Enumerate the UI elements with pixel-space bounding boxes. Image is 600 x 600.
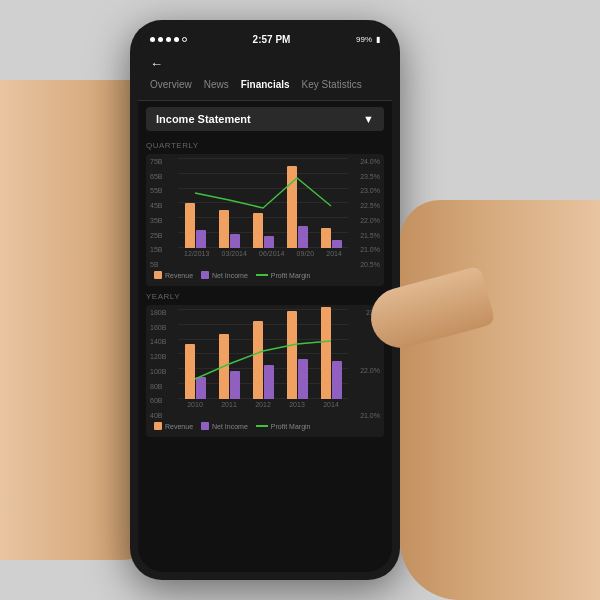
yearly-netincome-bar-3 <box>298 359 308 399</box>
battery-percent: 99% <box>356 35 372 44</box>
battery-icon: ▮ <box>376 35 380 44</box>
yearly-label: YEARLY <box>146 292 384 301</box>
legend-revenue: Revenue <box>154 271 193 279</box>
yearly-legend-netincome: Net Income <box>201 422 248 430</box>
yearly-legend-profitmargin-line <box>256 425 268 427</box>
bar-group-0 <box>185 203 206 248</box>
phone-screen: 2:57 PM 99% ▮ ← Overview News Financials… <box>138 28 392 572</box>
yearly-netincome-bar-0 <box>196 377 206 399</box>
yearly-bar-group-1 <box>219 334 240 399</box>
netincome-bar-3 <box>298 226 308 248</box>
bar-group-4 <box>321 228 342 248</box>
battery-area: 99% ▮ <box>356 35 380 44</box>
netincome-bar-4 <box>332 240 342 248</box>
legend-profitmargin: Profit Margin <box>256 271 311 279</box>
back-nav[interactable]: ← <box>138 50 392 77</box>
tab-key-statistics[interactable]: Key Statistics <box>298 77 366 92</box>
quarterly-section: QUARTERLY 75B 65B 55B 45B 35B 25B <box>138 141 392 286</box>
signal-dots <box>150 37 187 42</box>
netincome-bar-1 <box>230 234 240 248</box>
yearly-revenue-bar-1 <box>219 334 229 399</box>
content-area: QUARTERLY 75B 65B 55B 45B 35B 25B <box>138 137 392 437</box>
dot-4 <box>174 37 179 42</box>
yearly-legend-profitmargin: Profit Margin <box>256 422 311 430</box>
yearly-revenue-bar-4 <box>321 307 331 399</box>
quarterly-chart-area: 75B 65B 55B 45B 35B 25B 15B 5B <box>150 158 380 268</box>
yearly-revenue-bar-2 <box>253 321 263 399</box>
yearly-legend-netincome-box <box>201 422 209 430</box>
phone: 2:57 PM 99% ▮ ← Overview News Financials… <box>130 20 400 580</box>
hand-right <box>400 200 600 600</box>
income-statement-dropdown[interactable]: Income Statement ▼ <box>146 107 384 131</box>
dot-1 <box>150 37 155 42</box>
yearly-legend-revenue-box <box>154 422 162 430</box>
legend-profitmargin-line <box>256 274 268 276</box>
yearly-bars: 2010 2011 2012 2013 2014 <box>178 309 348 419</box>
legend-netincome: Net Income <box>201 271 248 279</box>
yearly-bar-group-0 <box>185 344 206 399</box>
revenue-bar-4 <box>321 228 331 248</box>
legend-revenue-box <box>154 271 162 279</box>
yearly-y-axis-left: 180B 160B 140B 120B 100B 80B 60B 40B <box>150 309 178 419</box>
yearly-netincome-bar-2 <box>264 365 274 399</box>
dot-5 <box>182 37 187 42</box>
yearly-x-labels: 2010 2011 2012 2013 2014 <box>178 399 348 419</box>
quarterly-y-axis-left: 75B 65B 55B 45B 35B 25B 15B 5B <box>150 158 178 268</box>
tab-news[interactable]: News <box>200 77 233 92</box>
yearly-legend-revenue-label: Revenue <box>165 423 193 430</box>
yearly-revenue-bar-0 <box>185 344 195 399</box>
dropdown-label: Income Statement <box>156 113 251 125</box>
quarterly-legend: Revenue Net Income Profit Margin <box>150 268 380 282</box>
dot-3 <box>166 37 171 42</box>
netincome-bar-2 <box>264 236 274 248</box>
yearly-chart-area: 180B 160B 140B 120B 100B 80B 60B 40B <box>150 309 380 419</box>
revenue-bar-1 <box>219 210 229 248</box>
bar-group-2 <box>253 213 274 248</box>
revenue-bar-2 <box>253 213 263 248</box>
yearly-bar-group-2 <box>253 321 274 399</box>
dot-2 <box>158 37 163 42</box>
netincome-bar-0 <box>196 230 206 248</box>
revenue-bar-0 <box>185 203 195 248</box>
yearly-bars-row <box>178 309 348 399</box>
quarterly-y-axis-right: 24.0% 23.5% 23.0% 22.5% 22.0% 21.5% 21.0… <box>348 158 380 268</box>
yearly-legend-revenue: Revenue <box>154 422 193 430</box>
yearly-revenue-bar-3 <box>287 311 297 399</box>
legend-netincome-box <box>201 271 209 279</box>
yearly-legend: Revenue Net Income Profit Margin <box>150 419 380 433</box>
tab-bar: Overview News Financials Key Statistics <box>138 77 392 101</box>
legend-revenue-label: Revenue <box>165 272 193 279</box>
yearly-netincome-bar-1 <box>230 371 240 399</box>
yearly-legend-netincome-label: Net Income <box>212 423 248 430</box>
revenue-bar-3 <box>287 166 297 248</box>
bar-group-3 <box>287 166 308 248</box>
quarterly-bars-row <box>178 158 348 248</box>
time-display: 2:57 PM <box>253 34 291 45</box>
status-bar: 2:57 PM 99% ▮ <box>138 28 392 50</box>
bar-group-1 <box>219 210 240 248</box>
yearly-section: YEARLY 180B 160B 140B 120B 100B 80B <box>138 292 392 437</box>
legend-netincome-label: Net Income <box>212 272 248 279</box>
tab-overview[interactable]: Overview <box>146 77 196 92</box>
yearly-bar-group-3 <box>287 311 308 399</box>
yearly-bar-group-4 <box>321 307 342 399</box>
tab-financials[interactable]: Financials <box>237 77 294 92</box>
dropdown-arrow-icon: ▼ <box>363 113 374 125</box>
quarterly-x-labels: 12/2013 03/2014 06/2014 09/20 2014 <box>178 248 348 268</box>
legend-profitmargin-label: Profit Margin <box>271 272 311 279</box>
yearly-netincome-bar-4 <box>332 361 342 399</box>
quarterly-label: QUARTERLY <box>146 141 384 150</box>
yearly-chart: 180B 160B 140B 120B 100B 80B 60B 40B <box>146 305 384 437</box>
scene: 2:57 PM 99% ▮ ← Overview News Financials… <box>0 0 600 600</box>
quarterly-bars: 12/2013 03/2014 06/2014 09/20 2014 <box>178 158 348 268</box>
back-arrow-icon[interactable]: ← <box>150 56 163 71</box>
yearly-legend-profitmargin-label: Profit Margin <box>271 423 311 430</box>
quarterly-chart: 75B 65B 55B 45B 35B 25B 15B 5B <box>146 154 384 286</box>
